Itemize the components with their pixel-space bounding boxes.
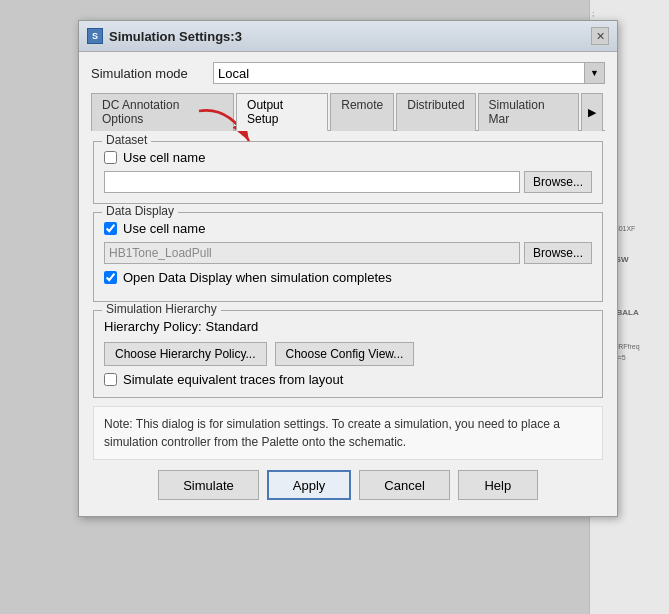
- data-display-input-row: Browse...: [104, 242, 592, 264]
- tabs-row: DC Annotation Options Output Setup Remot…: [91, 92, 605, 131]
- open-data-display-row: Open Data Display when simulation comple…: [104, 270, 592, 285]
- tab-distributed[interactable]: Distributed: [396, 93, 475, 131]
- help-button[interactable]: Help: [458, 470, 538, 500]
- simulate-traces-checkbox[interactable]: [104, 373, 117, 386]
- simulate-traces-label: Simulate equivalent traces from layout: [123, 372, 343, 387]
- simulation-mode-label: Simulation mode: [91, 66, 201, 81]
- tab-more-button[interactable]: ▶: [581, 93, 603, 131]
- cancel-button[interactable]: Cancel: [359, 470, 449, 500]
- data-display-path-input[interactable]: [104, 242, 520, 264]
- choose-hierarchy-policy-button[interactable]: Choose Hierarchy Policy...: [104, 342, 267, 366]
- dataset-browse-button[interactable]: Browse...: [524, 171, 592, 193]
- dataset-input-row: Browse...: [104, 171, 592, 193]
- hierarchy-group-label: Simulation Hierarchy: [102, 302, 221, 316]
- window-icon: S: [87, 28, 103, 44]
- open-data-display-label: Open Data Display when simulation comple…: [123, 270, 392, 285]
- simulation-mode-select-wrapper: Local ▼: [213, 62, 605, 84]
- hierarchy-policy-value: Standard: [206, 319, 259, 334]
- title-bar-left: S Simulation Settings:3: [87, 28, 242, 44]
- dataset-use-cell-name-row: Use cell name: [104, 150, 592, 165]
- hierarchy-buttons-row: Choose Hierarchy Policy... Choose Config…: [104, 342, 592, 366]
- window-body: Simulation mode Local ▼ DC Annotation Op…: [79, 52, 617, 516]
- dataset-group-label: Dataset: [102, 133, 151, 147]
- close-button[interactable]: ✕: [591, 27, 609, 45]
- hierarchy-policy-label: Hierarchy Policy:: [104, 319, 202, 334]
- footer-buttons: Simulate Apply Cancel Help: [93, 470, 603, 506]
- note-text: Note: This dialog is for simulation sett…: [104, 417, 560, 449]
- tab-remote[interactable]: Remote: [330, 93, 394, 131]
- simulation-settings-window: S Simulation Settings:3 ✕ Simulation mod…: [78, 20, 618, 517]
- note-area: Note: This dialog is for simulation sett…: [93, 406, 603, 460]
- title-bar: S Simulation Settings:3 ✕: [79, 21, 617, 52]
- window-title: Simulation Settings:3: [109, 29, 242, 44]
- dataset-group: Dataset Use cell name Browse...: [93, 141, 603, 204]
- data-display-group-label: Data Display: [102, 204, 178, 218]
- select-dropdown-arrow[interactable]: ▼: [585, 62, 605, 84]
- data-display-use-cell-name-row: Use cell name: [104, 221, 592, 236]
- data-display-use-cell-name-label: Use cell name: [123, 221, 205, 236]
- simulation-mode-select[interactable]: Local: [213, 62, 585, 84]
- content-area: Dataset Use cell name Browse... Data Dis…: [91, 141, 605, 506]
- hierarchy-policy-row: Hierarchy Policy: Standard: [104, 319, 592, 334]
- open-data-display-checkbox[interactable]: [104, 271, 117, 284]
- tab-simulation-mar[interactable]: Simulation Mar: [478, 93, 579, 131]
- simulation-hierarchy-group: Simulation Hierarchy Hierarchy Policy: S…: [93, 310, 603, 398]
- simulate-traces-row: Simulate equivalent traces from layout: [104, 372, 592, 387]
- simulate-button[interactable]: Simulate: [158, 470, 259, 500]
- choose-config-view-button[interactable]: Choose Config View...: [275, 342, 415, 366]
- tab-dc-annotation[interactable]: DC Annotation Options: [91, 93, 234, 131]
- simulation-mode-row: Simulation mode Local ▼: [91, 62, 605, 84]
- data-display-use-cell-name-checkbox[interactable]: [104, 222, 117, 235]
- tab-output-setup[interactable]: Output Setup: [236, 93, 328, 131]
- data-display-browse-button[interactable]: Browse...: [524, 242, 592, 264]
- apply-button[interactable]: Apply: [267, 470, 352, 500]
- dataset-use-cell-name-checkbox[interactable]: [104, 151, 117, 164]
- dataset-path-input[interactable]: [104, 171, 520, 193]
- dataset-use-cell-name-label: Use cell name: [123, 150, 205, 165]
- data-display-group: Data Display Use cell name Browse... Ope…: [93, 212, 603, 302]
